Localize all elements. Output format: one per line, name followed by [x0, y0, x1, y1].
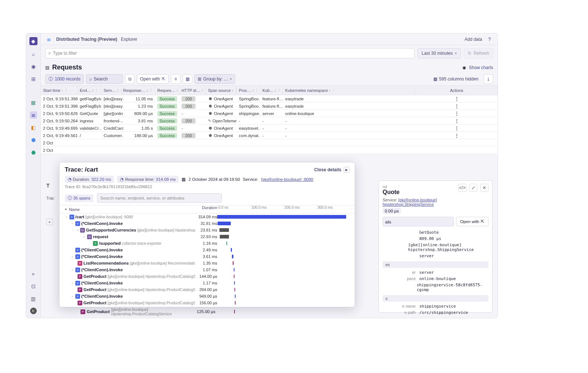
span-type-icon: P: [78, 301, 82, 305]
chevron-down-icon: ▾: [455, 51, 457, 55]
column-header[interactable]: End… ↕ ⋮: [78, 86, 101, 95]
span-row[interactable]: PGetProduct [gke][online-boutique] hipst…: [65, 300, 349, 306]
row-actions-icon[interactable]: ⋮: [455, 126, 459, 131]
span-row[interactable]: -V/cart [gke][online-boutique] :8080314.…: [65, 214, 349, 220]
requests-icon: ▤: [45, 65, 49, 70]
table-row[interactable]: 2 Oct, 9:19:51.396getFlagById[eks][easy……: [41, 103, 498, 110]
table-row[interactable]: 2 Oct, 9:19:49.695validateCr…CreditCard……: [41, 125, 498, 132]
row-actions-icon[interactable]: ⋮: [455, 104, 459, 109]
apps-icon[interactable]: ⊞: [30, 75, 37, 83]
download-button[interactable]: ⭳: [484, 74, 493, 84]
column-header[interactable]: Kubernetes namespace ↕ ⋮: [283, 86, 416, 95]
expand-toggle-icon[interactable]: -: [71, 254, 74, 259]
span-row[interactable]: -V(*ClientConn).Invoke 31.81 ms: [65, 220, 349, 227]
close-details-button[interactable]: Close details▸: [314, 167, 349, 173]
expand-toggle-icon[interactable]: -: [71, 221, 74, 226]
timerange-picker[interactable]: Last 30 minutes▾: [417, 48, 461, 58]
help-icon[interactable]: ?: [486, 36, 493, 43]
span-row[interactable]: PGetProduct [gke][online-boutique] hipst…: [65, 273, 349, 280]
table-row[interactable]: 2 Oct, 9:19:50.626GetQuote[gke][onlin…80…: [41, 110, 498, 117]
open-with-button[interactable]: Open with⇱: [456, 217, 488, 226]
group-by-button[interactable]: ⊞Group by: …▾: [194, 74, 235, 84]
span-row-below[interactable]: P GetProduct [gke][online-boutique] hips…: [63, 308, 349, 315]
records-count[interactable]: ⓘ1000 records: [45, 74, 84, 84]
column-header[interactable]: Proc… ↕ ⋮: [237, 86, 260, 95]
expand-all-icon[interactable]: +: [65, 207, 67, 212]
span-row[interactable]: -GGetSupportedCurrencies [gke][online-bo…: [65, 227, 349, 233]
column-header[interactable]: Response… ↕ ⋮: [123, 86, 155, 95]
expand-toggle-icon[interactable]: -: [82, 234, 86, 239]
span-count[interactable]: ⓘ 35 spans: [65, 194, 93, 202]
expand-icon[interactable]: ⤢: [469, 184, 477, 192]
span-row[interactable]: RListRecommendations [gke][online-boutiq…: [65, 260, 349, 266]
span-row[interactable]: S/supported collector-trace-exporter1.16…: [65, 240, 349, 247]
code-icon[interactable]: </>: [458, 184, 466, 192]
span-search-input[interactable]: Search name, endpoint, service, or attri…: [97, 193, 222, 203]
span-row[interactable]: V(*ClientConn).Invoke 2.49 ms: [65, 247, 349, 253]
copy-button[interactable]: ⧉: [125, 74, 135, 84]
name-col-header[interactable]: Name: [69, 207, 80, 212]
nav-item-1-icon[interactable]: ▦: [30, 99, 37, 106]
globe-icon[interactable]: ◉: [30, 63, 37, 70]
user-icon[interactable]: K: [30, 308, 37, 314]
table-row[interactable]: 2 Oct, 9:19:49.561/Customer…188.00 µsSuc…: [41, 132, 498, 139]
filter-input[interactable]: ▿ Type to filter: [45, 48, 415, 58]
column-header[interactable]: Actions: [416, 86, 498, 95]
row-actions-icon[interactable]: ⋮: [455, 111, 459, 116]
span-row[interactable]: -V(*ClientConn).Invoke 949.00 µs: [65, 293, 349, 300]
nav-item-5-icon[interactable]: ⬣: [30, 149, 37, 156]
column-header[interactable]: Start time ↓ ⋮: [41, 86, 78, 95]
span-row[interactable]: -V(*ClientConn).Invoke 3.61 ms: [65, 253, 349, 260]
column-header[interactable]: HTTP st… ↕ ⋮: [179, 86, 206, 95]
breadcrumb-parent[interactable]: Distributed Tracing (Preview): [56, 37, 117, 42]
nav-item-3-icon[interactable]: ◧: [30, 124, 37, 131]
close-icon[interactable]: ✕: [480, 184, 488, 192]
trace-timestamp: 2 October 2024 at 09:19:50: [189, 177, 240, 182]
nav-item-4-icon[interactable]: ⬢: [30, 136, 37, 144]
table-row[interactable]: 2 Oct, 9:19:51.398getFlagById[eks][easy……: [41, 95, 498, 103]
span-row[interactable]: -V(*ClientConn).Invoke 982.00 µs: [65, 306, 349, 307]
table-row[interactable]: 2 Oct, 9:19:50.264ingressfrontend-…3.81 …: [41, 117, 498, 125]
span-duration: 125.00 µs: [180, 309, 215, 314]
columns-hidden[interactable]: ▦595 columns hidden: [430, 74, 481, 84]
expand-toggle-icon[interactable]: -: [65, 214, 68, 219]
nav-item-tracing-icon[interactable]: ≣: [30, 111, 37, 119]
span-row[interactable]: -V(*ClientConn).Invoke 1.17 ms: [65, 280, 349, 286]
logo-icon[interactable]: ◆: [29, 37, 37, 45]
column-header[interactable]: Span source ↕ ⋮: [206, 86, 237, 95]
expand-toggle-icon[interactable]: -: [71, 294, 74, 299]
row-actions-icon[interactable]: ⋮: [455, 133, 459, 138]
table-search[interactable]: ⌕Search: [86, 74, 123, 84]
show-charts-link[interactable]: Show charts: [469, 65, 493, 70]
expand-toggle-icon[interactable]: -: [71, 280, 74, 286]
table-view-button[interactable]: ▦: [183, 74, 192, 84]
column-header[interactable]: Reques… ↕ ⋮: [155, 86, 179, 95]
chart-icon[interactable]: ▥: [30, 295, 37, 302]
row-actions-icon[interactable]: ⋮: [455, 96, 459, 101]
search-icon[interactable]: ⌕: [30, 50, 37, 58]
span-type-icon: V: [75, 281, 80, 286]
span-row[interactable]: PGetProduct [gke][online-boutique] hipst…: [65, 286, 349, 293]
expand-toggle-icon[interactable]: -: [71, 267, 74, 272]
open-with-button[interactable]: Open with⇱: [137, 74, 169, 84]
table-row-partial[interactable]: 2 Oct: [41, 139, 498, 147]
service-link[interactable]: [gke][online-boutique] :8080: [261, 177, 313, 182]
tracing-header-icon: ≣: [45, 36, 53, 43]
add-data-link[interactable]: Add data: [465, 37, 482, 42]
expand-toggle-icon[interactable]: -: [76, 227, 79, 233]
column-header[interactable]: Serv… ↕ ⋮: [101, 86, 123, 95]
refresh-button[interactable]: ↻Refresh: [464, 48, 493, 58]
pin-icon[interactable]: ⊡: [30, 283, 37, 290]
span-row[interactable]: -V(*ClientConn).Invoke 1.07 ms: [65, 266, 349, 273]
column-header[interactable]: Kub… ↕ ⋮: [260, 86, 283, 95]
detail-row: erserver: [383, 269, 488, 276]
span-row[interactable]: -Grequest 22.93 ms: [65, 233, 349, 240]
breadcrumb-current[interactable]: Explorer: [121, 37, 137, 42]
expand-icon[interactable]: »: [30, 270, 37, 277]
duration-col-header[interactable]: Duration: [195, 205, 217, 213]
row-actions-icon[interactable]: ⋮: [455, 118, 459, 123]
list-view-button[interactable]: ≡: [171, 74, 180, 84]
table-row-partial[interactable]: 2 Oct: [41, 147, 498, 154]
add-icon[interactable]: +: [46, 219, 53, 225]
requests-toolbar: ⓘ1000 records ⌕Search ⧉ Open with⇱ ≡ ▦ ⊞…: [41, 73, 498, 85]
